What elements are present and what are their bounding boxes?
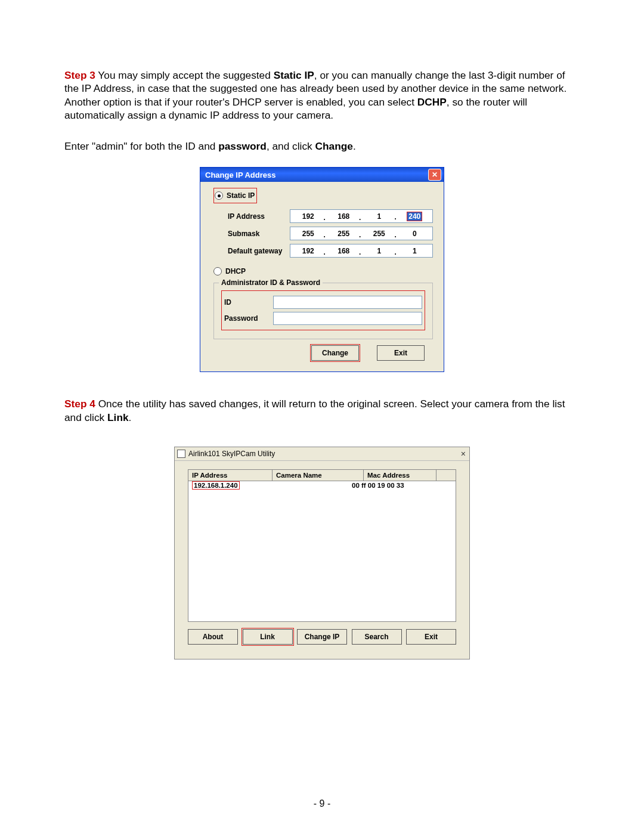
link-button[interactable]: Link — [243, 629, 293, 645]
row-name — [268, 482, 352, 489]
utility-title: Airlink101 SkyIPCam Utility — [188, 450, 275, 458]
camera-table-body[interactable]: 192.168.1.240 00 ff 00 19 00 33 — [188, 481, 456, 622]
col-ip[interactable]: IP Address — [188, 470, 273, 481]
admin-group-title: Administrator ID & Password — [219, 278, 323, 287]
camera-table-header: IP Address Camera Name Mac Address — [188, 469, 456, 481]
exit-button[interactable]: Exit — [406, 629, 456, 645]
about-button[interactable]: About — [188, 629, 238, 645]
col-camera-name[interactable]: Camera Name — [273, 470, 364, 481]
ip-address-label: IP Address — [228, 212, 290, 221]
exit-button[interactable]: Exit — [377, 345, 425, 361]
ip-address-input[interactable]: 192 168 1 240 — [290, 209, 433, 223]
radio-unselected-icon — [213, 267, 222, 275]
col-mac[interactable]: Mac Address — [364, 470, 436, 481]
radio-selected-icon — [215, 191, 223, 200]
app-icon — [177, 450, 185, 458]
step4-label: Step 4 — [64, 398, 95, 410]
row-ip: 192.168.1.240 — [192, 481, 240, 490]
password-input[interactable] — [273, 312, 422, 325]
change-ip-button[interactable]: Change IP — [297, 629, 347, 645]
close-icon[interactable]: × — [461, 449, 466, 459]
search-button[interactable]: Search — [352, 629, 402, 645]
id-input[interactable] — [273, 296, 422, 309]
static-ip-radio[interactable]: Static IP — [215, 189, 255, 202]
password-label: Password — [224, 314, 273, 323]
dialog-titlebar: Change IP Address ✕ — [200, 168, 444, 182]
step3-paragraph: Step 3 You may simply accept the suggest… — [64, 69, 580, 122]
gateway-label: Default gateway — [228, 247, 290, 255]
submask-input[interactable]: 255 255 255 0 — [290, 227, 433, 240]
dialog-title: Change IP Address — [205, 171, 275, 179]
step3-label: Step 3 — [64, 69, 95, 81]
table-row[interactable]: 192.168.1.240 00 ff 00 19 00 33 — [188, 481, 456, 490]
utility-titlebar: Airlink101 SkyIPCam Utility × — [175, 447, 469, 461]
close-icon[interactable]: ✕ — [428, 169, 441, 181]
row-mac: 00 ff 00 19 00 33 — [352, 482, 452, 489]
enter-admin-line: Enter "admin" for both the ID and passwo… — [64, 140, 580, 153]
col-spacer — [436, 470, 456, 481]
page-number: - 9 - — [0, 798, 644, 809]
change-button[interactable]: Change — [311, 345, 359, 361]
change-ip-dialog: Change IP Address ✕ Static IP IP Address… — [200, 167, 444, 372]
admin-group: Administrator ID & Password ID Password — [213, 283, 433, 339]
submask-label: Submask — [228, 230, 290, 238]
skyipcam-utility-window: Airlink101 SkyIPCam Utility × IP Address… — [174, 447, 470, 659]
id-label: ID — [224, 298, 273, 306]
dhcp-radio[interactable]: DHCP — [213, 265, 433, 278]
gateway-input[interactable]: 192 168 1 1 — [290, 244, 433, 258]
step4-paragraph: Step 4 Once the utility has saved change… — [64, 397, 580, 424]
